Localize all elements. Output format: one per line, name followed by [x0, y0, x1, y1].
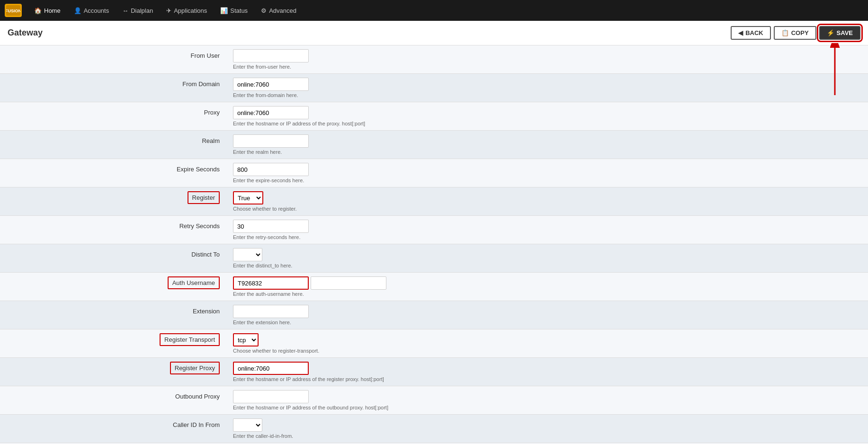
table-row: Retry SecondsEnter the retry-seconds her…	[0, 216, 868, 244]
logo[interactable]: FUSION	[5, 4, 22, 17]
table-row: Register TransporttcpudptlsChoose whethe…	[0, 329, 868, 358]
nav-advanced[interactable]: ⚙ Advanced	[255, 4, 302, 17]
advanced-icon: ⚙	[261, 7, 267, 14]
header-bar: Gateway ◀ BACK 📋 COPY ⚡ SAVE	[0, 21, 868, 45]
field-input-expire-seconds[interactable]	[233, 163, 309, 176]
top-navigation: FUSION 🏠 Home 👤 Accounts ↔ Dialplan ✈ Ap…	[0, 0, 868, 21]
home-icon: 🏠	[34, 7, 42, 14]
status-icon: 📊	[220, 7, 228, 14]
field-hint: Enter the extension here.	[233, 320, 862, 325]
field-label: From Domain	[182, 80, 220, 88]
header-actions: ◀ BACK 📋 COPY ⚡ SAVE	[731, 26, 860, 40]
copy-button[interactable]: 📋 COPY	[774, 26, 816, 40]
field-input-extra[interactable]	[311, 276, 386, 290]
field-label: Expire Seconds	[177, 166, 220, 173]
field-input-retry-seconds[interactable]	[233, 220, 309, 233]
back-button[interactable]: ◀ BACK	[731, 26, 771, 40]
field-input-proxy[interactable]	[233, 106, 309, 119]
field-label-highlighted: Register Proxy	[170, 362, 220, 374]
table-row: From UserEnter the from-user here.	[0, 45, 868, 74]
field-input-auth-username[interactable]	[233, 276, 309, 290]
table-row: Distinct ToTrueFalseEnter the distinct_t…	[0, 244, 868, 273]
field-label-highlighted: Auth Username	[168, 276, 220, 289]
field-select-caller-id-in-from[interactable]: TrueFalse	[233, 418, 262, 432]
field-label: Caller ID In From	[173, 421, 220, 428]
nav-dialplan[interactable]: ↔ Dialplan	[116, 4, 159, 17]
field-label: Proxy	[204, 109, 220, 116]
nav-home[interactable]: 🏠 Home	[28, 4, 66, 17]
field-label: Outbound Proxy	[175, 393, 220, 400]
field-label-highlighted: Register Transport	[160, 333, 220, 346]
field-input-from-user[interactable]	[233, 49, 309, 62]
field-select-register[interactable]: TrueFalse	[233, 191, 263, 204]
field-label: Extension	[193, 308, 220, 315]
save-icon: ⚡	[827, 29, 834, 36]
field-input-outbound-proxy[interactable]	[233, 390, 309, 403]
table-row: ProxyEnter the hostname or IP address of…	[0, 102, 868, 131]
svg-text:FUSION: FUSION	[6, 9, 20, 13]
field-hint: Enter the expire-seconds here.	[233, 178, 862, 183]
back-icon: ◀	[738, 29, 743, 36]
field-label-highlighted: Register	[188, 191, 220, 204]
save-button[interactable]: ⚡ SAVE	[819, 26, 860, 40]
field-hint: Choose whether to register-transport.	[233, 348, 862, 354]
nav-status[interactable]: 📊 Status	[215, 4, 253, 17]
nav-accounts[interactable]: 👤 Accounts	[68, 4, 115, 17]
field-label: From User	[191, 52, 220, 59]
table-row: Outbound ProxyEnter the hostname or IP a…	[0, 386, 868, 415]
table-row: ExtensionEnter the extension here.	[0, 301, 868, 329]
logo-icon: FUSION	[5, 4, 22, 17]
table-row: Caller ID In FromTrueFalseEnter the call…	[0, 415, 868, 443]
field-hint: Enter the retry-seconds here.	[233, 234, 862, 240]
field-input-realm[interactable]	[233, 134, 309, 148]
table-row: From DomainEnter the from-domain here.	[0, 74, 868, 102]
form-table: From UserEnter the from-user here.From D…	[0, 45, 868, 444]
dialplan-icon: ↔	[122, 7, 128, 14]
field-input-extension[interactable]	[233, 305, 309, 318]
table-row: Auth UsernameEnter the auth-username her…	[0, 273, 868, 301]
arrow-annotation	[816, 43, 854, 100]
page-title: Gateway	[8, 28, 43, 38]
table-row: Expire SecondsEnter the expire-seconds h…	[0, 159, 868, 187]
field-label: Realm	[202, 137, 220, 144]
table-row: Register ProxyEnter the hostname or IP a…	[0, 358, 868, 386]
main-content: From UserEnter the from-user here.From D…	[0, 45, 868, 444]
field-input-from-domain[interactable]	[233, 78, 309, 91]
copy-icon: 📋	[781, 29, 789, 36]
field-hint: Enter the hostname or IP address of the …	[233, 405, 862, 410]
nav-applications[interactable]: ✈ Applications	[161, 4, 213, 17]
field-hint: Enter the hostname or IP address of the …	[233, 376, 862, 382]
field-hint: Enter the distinct_to here.	[233, 263, 862, 268]
applications-icon: ✈	[166, 7, 171, 14]
field-input-register-proxy[interactable]	[233, 362, 309, 375]
field-hint: Choose whether to register.	[233, 206, 862, 212]
field-hint: Enter the hostname or IP address of the …	[233, 121, 862, 126]
field-hint: Enter the from-domain here.	[233, 92, 862, 98]
field-hint: Enter the caller-id-in-from.	[233, 433, 862, 439]
table-row: RealmEnter the realm here.	[0, 131, 868, 159]
field-label: Retry Seconds	[179, 222, 220, 230]
field-hint: Enter the realm here.	[233, 149, 862, 155]
field-label: Distinct To	[191, 251, 220, 258]
field-select-register-transport[interactable]: tcpudptls	[233, 333, 259, 346]
field-select-distinct-to[interactable]: TrueFalse	[233, 248, 262, 261]
field-hint: Enter the from-user here.	[233, 64, 862, 70]
accounts-icon: 👤	[74, 7, 81, 14]
table-row: RegisterTrueFalseChoose whether to regis…	[0, 187, 868, 216]
field-hint: Enter the auth-username here.	[233, 291, 862, 297]
